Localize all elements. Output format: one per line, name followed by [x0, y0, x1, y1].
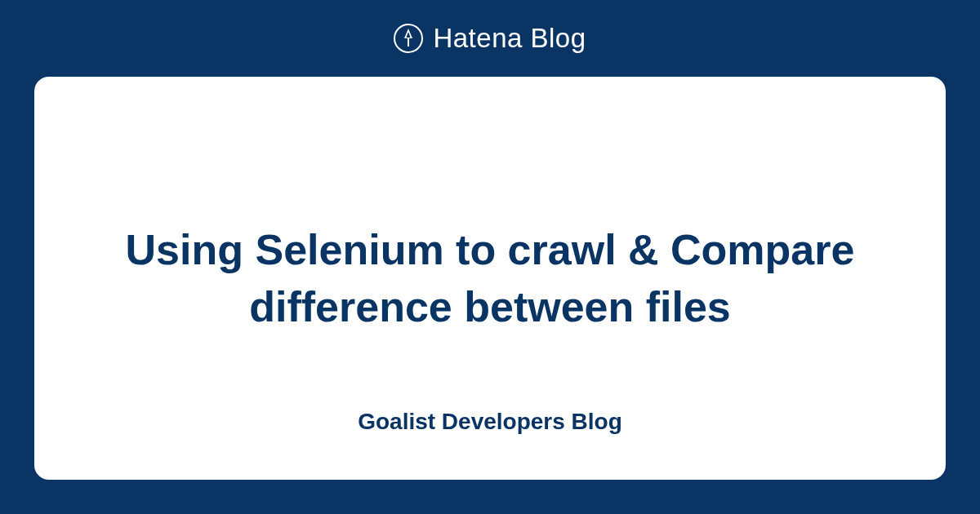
brand-header: Hatena Blog: [0, 0, 980, 77]
svg-point-0: [408, 34, 409, 36]
pen-icon: [394, 24, 423, 53]
pen-nib-svg: [402, 29, 415, 48]
brand-name: Hatena Blog: [433, 23, 586, 54]
article-title: Using Selenium to crawl & Compare differ…: [122, 221, 858, 335]
blog-name: Goalist Developers Blog: [34, 409, 946, 435]
article-card: Using Selenium to crawl & Compare differ…: [34, 77, 946, 480]
